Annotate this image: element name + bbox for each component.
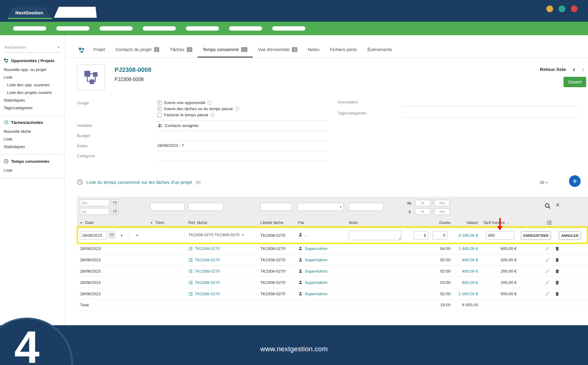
nav-item-placeholder[interactable] <box>56 26 89 31</box>
window-button-teal[interactable] <box>559 6 565 12</box>
user-link[interactable]: SuperAdmin <box>305 292 327 296</box>
filter-to-hours-input[interactable] <box>415 208 430 215</box>
task-ref-link[interactable]: TK2308-0270 <box>195 280 220 285</box>
calendar-button[interactable] <box>111 208 118 215</box>
nav-item-placeholder[interactable] <box>13 26 46 31</box>
minute-select[interactable]: ▾ <box>133 232 141 239</box>
date-input[interactable] <box>80 231 106 240</box>
filter-date-from-input[interactable] <box>80 199 109 206</box>
checkbox-facturer-temps[interactable] <box>157 113 162 117</box>
checkbox-suivre-opportunite[interactable] <box>157 101 162 105</box>
edit-icon[interactable] <box>545 246 550 251</box>
back-to-list-link[interactable]: Retour liste <box>540 67 566 72</box>
sidebar-item-liste-projets-ouverts[interactable]: Liste des projets ouverts <box>4 89 60 96</box>
tab-temps-consomme[interactable]: Temps consommé... <box>198 43 253 58</box>
next-record-icon[interactable]: › <box>582 66 584 73</box>
tab-evenements[interactable]: Événements <box>362 43 398 58</box>
footer-url[interactable]: www.nextgestion.com <box>260 345 328 353</box>
task-ref-select[interactable]: TK2308-0270 TK2308-0270▾ <box>188 233 244 237</box>
note-input[interactable] <box>349 231 401 240</box>
column-header-tiers[interactable]: ▲Tiers <box>150 217 190 228</box>
sidebar-item-liste-opportunites[interactable]: Liste <box>4 73 60 81</box>
filter-date-to-input[interactable] <box>80 208 109 215</box>
window-button-red[interactable] <box>571 6 578 12</box>
sidebar-item-liste-opp-ouvertes[interactable]: Liste des opp. ouvertes <box>4 81 60 89</box>
delete-icon[interactable] <box>555 280 560 285</box>
sidebar-item-liste-taches[interactable]: Liste <box>4 135 60 143</box>
info-icon[interactable]: i <box>210 113 215 117</box>
nav-item-placeholder[interactable] <box>186 26 219 31</box>
save-button[interactable]: ENREGISTRER <box>521 231 551 240</box>
duration-hours-input[interactable] <box>413 231 428 240</box>
search-dropdown[interactable]: Rechercher ▾ <box>4 44 60 53</box>
calendar-button[interactable] <box>108 232 115 238</box>
sidebar-item-nouvelle-opp-ou-projet[interactable]: Nouvelle opp. ou projet <box>4 66 60 73</box>
info-icon[interactable]: i <box>235 107 239 111</box>
task-ref-link[interactable]: TK2308-0270 <box>195 292 220 296</box>
info-icon[interactable]: i <box>208 101 212 105</box>
filter-par-select[interactable]: ▾ <box>297 203 344 211</box>
search-icon[interactable] <box>544 203 551 209</box>
filter-ref-tache-input[interactable] <box>188 203 223 211</box>
user-link[interactable]: SuperAdmin <box>305 258 327 262</box>
sidebar-item-nouvelle-tache[interactable]: Nouvelle tâche <box>4 128 60 135</box>
window-button-yellow[interactable] <box>546 6 553 12</box>
filter-from-minutes-input[interactable] <box>435 200 450 206</box>
sidebar-item-liste-temps[interactable]: Liste <box>4 166 60 174</box>
sidebar-item-tags-categories[interactable]: Tags/catégories <box>4 104 60 112</box>
status-button[interactable]: Ouvert <box>564 77 586 87</box>
edit-icon[interactable] <box>545 291 550 296</box>
time-list-title[interactable]: Liste du temps consommé sur les tâches d… <box>86 180 192 185</box>
filter-tiers-input[interactable] <box>150 203 185 211</box>
column-header-tarif-horaire[interactable]: Tarif horaire ... <box>483 217 520 228</box>
column-settings-icon[interactable] <box>547 217 556 228</box>
hourly-rate-input[interactable] <box>486 231 514 240</box>
column-header-ref-tache[interactable]: Ref. tâche <box>188 217 257 228</box>
task-ref-link[interactable]: TK2308-0270 <box>195 246 220 251</box>
page-size-select[interactable]: 20▾ <box>540 180 548 185</box>
assignee-field[interactable]: ... <box>298 232 308 237</box>
tab-vue-densemble[interactable]: Vue d'ensemble1 <box>253 43 303 58</box>
user-link[interactable]: SuperAdmin <box>305 246 327 251</box>
previous-record-icon[interactable]: ‹ <box>573 66 575 73</box>
nav-item-placeholder[interactable] <box>272 26 305 31</box>
column-header-date[interactable]: ▲Date <box>80 217 126 228</box>
cancel-button[interactable]: ANNULER <box>559 231 581 240</box>
brand-tab[interactable]: NextGestion <box>8 7 51 18</box>
edit-icon[interactable] <box>545 269 550 274</box>
calendar-button[interactable] <box>111 199 118 206</box>
user-link[interactable]: SuperAdmin <box>305 269 327 274</box>
column-header-par[interactable]: Par <box>298 217 349 228</box>
filter-from-hours-input[interactable] <box>415 200 430 206</box>
column-header-libelle-tache[interactable]: Libellé tâche <box>260 217 296 228</box>
delete-icon[interactable] <box>555 246 560 251</box>
delete-icon[interactable] <box>555 269 560 274</box>
hour-select[interactable]: ▾ <box>118 232 126 239</box>
nav-item-placeholder[interactable] <box>229 26 262 31</box>
edit-icon[interactable] <box>545 280 550 285</box>
clear-filters-icon[interactable]: ✕ <box>556 202 560 208</box>
delete-icon[interactable] <box>555 291 560 296</box>
sidebar-item-statistiques-opp[interactable]: Statistiques <box>4 96 60 104</box>
tab-projet[interactable]: Projet <box>88 43 110 58</box>
add-time-entry-button[interactable]: + <box>569 175 581 187</box>
user-link[interactable]: SuperAdmin <box>305 280 327 285</box>
column-header-note[interactable]: Note <box>349 217 405 228</box>
filter-note-input[interactable] <box>349 203 383 211</box>
nav-item-placeholder[interactable] <box>100 26 133 31</box>
tab-fichiers-joints[interactable]: Fichiers joints <box>325 43 362 58</box>
tab-contacts-du-projet[interactable]: Contacts du projet1 <box>110 43 165 58</box>
column-header-valeur[interactable]: Valeur <box>444 217 478 228</box>
filter-libelle-input[interactable] <box>260 203 292 211</box>
checkbox-suivre-taches[interactable] <box>157 107 162 111</box>
sidebar-item-statistiques-taches[interactable]: Statistiques <box>4 143 60 151</box>
tab-notes[interactable]: Notes <box>303 43 325 58</box>
delete-icon[interactable] <box>555 257 560 263</box>
task-ref-link[interactable]: TK2308-0270 <box>195 269 220 274</box>
edit-icon[interactable] <box>545 257 550 263</box>
task-ref-link[interactable]: TK2308-0270 <box>195 258 220 262</box>
tab-taches[interactable]: Tâches1 <box>164 43 197 58</box>
filter-to-minutes-input[interactable] <box>435 208 450 215</box>
blank-browser-tab[interactable] <box>54 7 97 18</box>
nav-item-placeholder[interactable] <box>143 26 176 31</box>
